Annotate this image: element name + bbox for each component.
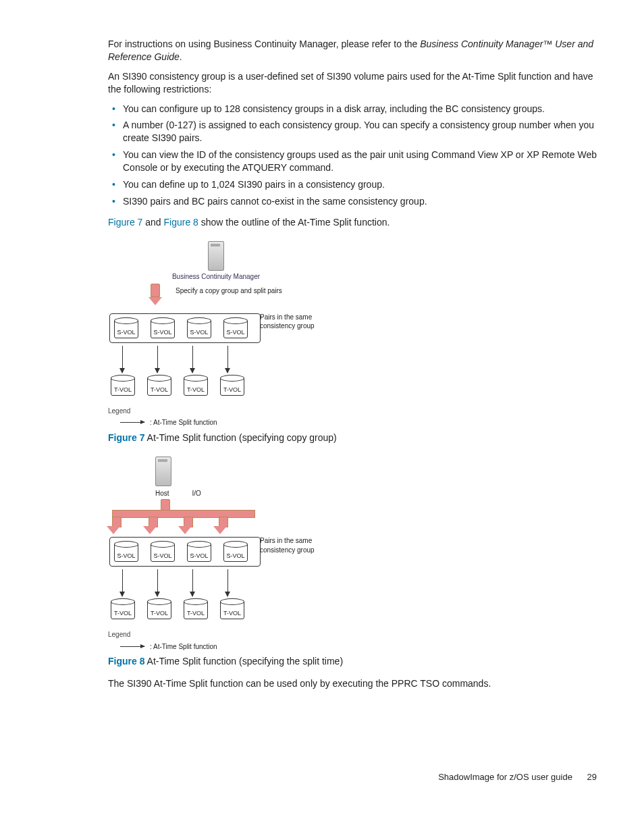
server-icon [155, 457, 171, 486]
tvol-icon: T-VOL [111, 600, 135, 619]
list-item: You can configure up to 128 consistency … [123, 103, 597, 115]
list-item: You can view the ID of the consistency g… [123, 149, 597, 174]
host-label: Host [155, 489, 169, 498]
io-label: I/O [192, 489, 201, 498]
server-icon [208, 241, 224, 271]
legend-text: : At-Time Split function [150, 642, 217, 652]
figure-7-diagram: Business Continuity Manager Specify a co… [108, 241, 324, 427]
figure-intro: Figure 7 and Figure 8 show the outline o… [108, 216, 597, 229]
figure-7-number: Figure 7 [108, 432, 144, 443]
tvol-icon: T-VOL [111, 377, 135, 396]
intro-text-a: For instructions on using Business Conti… [108, 38, 420, 49]
footer-doc-title: ShadowImage for z/OS user guide [438, 772, 572, 782]
arrow-down-icon [192, 346, 193, 373]
intro-para-2: An SI390 consistency group is a user-def… [108, 70, 597, 96]
tvol-icon: T-VOL [220, 600, 244, 619]
text-mid: and [142, 217, 163, 228]
arrow-down-icon [157, 346, 158, 373]
arrow-down-icon [122, 346, 123, 373]
spec-label: Specify a copy group and split pairs [176, 286, 297, 296]
arrow-right-icon [120, 646, 144, 647]
arrow-down-icon [227, 346, 228, 373]
closing-para: The SI390 At-Time Split function can be … [108, 677, 597, 690]
svol-icon: S-VOL [151, 319, 175, 338]
tvol-icon: T-VOL [147, 377, 171, 396]
svol-icon: S-VOL [187, 319, 211, 338]
legend: Legend : At-Time Split function [108, 630, 324, 651]
legend: Legend : At-Time Split function [108, 407, 324, 427]
figure-8-caption-text: At-Time Split function (specifying the s… [144, 656, 343, 667]
tvol-icon: T-VOL [184, 377, 208, 396]
footer-page-number: 29 [587, 772, 597, 782]
list-item: A number (0-127) is assigned to each con… [123, 119, 597, 145]
tvol-icon: T-VOL [184, 600, 208, 619]
down-arrow-icon [149, 284, 162, 304]
figure-8-number: Figure 8 [108, 656, 144, 667]
consistency-group-box: Pairs in the same consistency group S-VO… [109, 537, 261, 567]
restrictions-list: You can configure up to 128 consistency … [108, 103, 597, 208]
consistency-group-box: Pairs in the same consistency group S-VO… [109, 313, 261, 343]
svol-icon: S-VOL [187, 543, 211, 562]
page-footer: ShadowImage for z/OS user guide 29 [108, 771, 597, 783]
arrow-down-icon [192, 569, 193, 596]
arrow-group [111, 346, 324, 373]
svol-icon: S-VOL [114, 319, 138, 338]
legend-title: Legend [108, 630, 324, 640]
svol-icon: S-VOL [223, 543, 248, 562]
arrow-down-icon [227, 569, 228, 596]
pairs-side-label: Pairs in the same consistency group [260, 536, 327, 554]
svol-icon: S-VOL [151, 543, 175, 562]
arrow-down-icon [157, 569, 158, 596]
legend-title: Legend [108, 407, 324, 416]
svol-icon: S-VOL [223, 319, 248, 338]
pairs-side-label: Pairs in the same consistency group [260, 313, 327, 331]
bcm-label: Business Continuity Manager [108, 272, 324, 282]
figure-8-caption: Figure 8 At-Time Split function (specify… [108, 655, 597, 668]
figure-7-link[interactable]: Figure 7 [108, 217, 142, 228]
list-item: SI390 pairs and BC pairs cannot co-exist… [123, 195, 597, 208]
figure-8-diagram: Host I/O Pairs in the same consistency g… [108, 457, 324, 652]
figure-7-caption: Figure 7 At-Time Split function (specify… [108, 432, 597, 444]
arrow-down-icon [122, 569, 123, 596]
tvol-icon: T-VOL [220, 377, 244, 396]
tvol-icon: T-VOL [147, 600, 171, 619]
figure-7-caption-text: At-Time Split function (specifying copy … [144, 432, 336, 443]
figure-8-link[interactable]: Figure 8 [164, 217, 198, 228]
intro-text-b: . [180, 51, 182, 62]
tvol-row: T-VOL T-VOL T-VOL T-VOL [111, 600, 324, 619]
svol-icon: S-VOL [114, 543, 138, 562]
list-item: You can define up to 1,024 SI390 pairs i… [123, 178, 597, 191]
tvol-row: T-VOL T-VOL T-VOL T-VOL [111, 377, 324, 396]
legend-text: : At-Time Split function [150, 418, 217, 427]
intro-para-1: For instructions on using Business Conti… [108, 38, 597, 63]
fan-arrow-icon [108, 499, 324, 537]
text-rest: show the outline of the At-Time Split fu… [198, 217, 390, 228]
arrow-group [111, 569, 324, 596]
arrow-right-icon [120, 422, 144, 423]
